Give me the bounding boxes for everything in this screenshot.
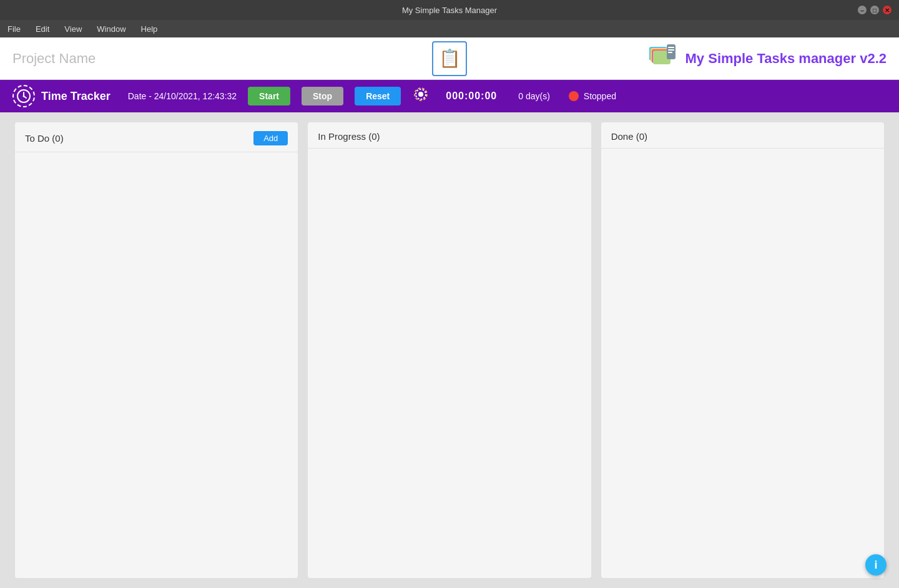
svg-rect-6 xyxy=(668,49,674,51)
add-task-button[interactable]: Add xyxy=(253,131,288,145)
tasks-icon xyxy=(649,44,677,73)
kanban-board: To Do (0) Add In Progress (0) Done (0) xyxy=(0,112,899,588)
clock-icon xyxy=(12,85,35,107)
settings-button[interactable] xyxy=(412,86,430,107)
info-button[interactable]: i xyxy=(865,554,887,576)
tracker-time-display: 000:00:00 xyxy=(446,91,497,102)
start-button[interactable]: Start xyxy=(248,87,290,105)
inprogress-column-body xyxy=(308,149,591,578)
window-controls: – □ ✕ xyxy=(858,6,892,14)
app-info: My Simple Tasks manager v2.2 xyxy=(649,44,887,73)
svg-point-11 xyxy=(23,96,25,97)
menu-edit[interactable]: Edit xyxy=(33,23,52,35)
tracker-days-display: 0 day(s) xyxy=(518,91,550,101)
inprogress-column-title: In Progress (0) xyxy=(318,131,380,142)
svg-rect-7 xyxy=(668,52,672,53)
status-label: Stopped xyxy=(584,91,616,101)
kanban-col-header-done: Done (0) xyxy=(601,122,884,149)
tracker-date: Date - 24/10/2021, 12:43:32 xyxy=(128,91,237,101)
tracker-label: Time Tracker xyxy=(41,90,111,103)
kanban-column-todo: To Do (0) Add xyxy=(15,122,298,578)
todo-column-body xyxy=(15,152,298,578)
menubar: File Edit View Window Help xyxy=(0,20,899,37)
status-indicator xyxy=(569,91,579,101)
minimize-button[interactable]: – xyxy=(858,6,867,14)
app-title-text: My Simple Tasks manager xyxy=(685,51,857,66)
menu-view[interactable]: View xyxy=(62,23,84,35)
svg-rect-5 xyxy=(668,47,674,48)
menu-file[interactable]: File xyxy=(5,23,23,35)
date-prefix: Date - xyxy=(128,91,154,101)
kanban-column-done: Done (0) xyxy=(601,122,884,578)
svg-point-12 xyxy=(418,92,423,97)
kanban-column-inprogress: In Progress (0) xyxy=(308,122,591,578)
window-title: My Simple Tasks Manager xyxy=(402,6,497,15)
header: Project Name 📋 My Simple Tasks manager v… xyxy=(0,37,899,80)
menu-window[interactable]: Window xyxy=(94,23,128,35)
app-logo: 📋 xyxy=(432,41,467,76)
app-title: My Simple Tasks manager v2.2 xyxy=(685,51,887,66)
reset-button[interactable]: Reset xyxy=(355,87,401,105)
maximize-button[interactable]: □ xyxy=(870,6,879,14)
close-button[interactable]: ✕ xyxy=(883,6,892,14)
date-value: 24/10/2021, 12:43:32 xyxy=(154,91,237,101)
stop-button[interactable]: Stop xyxy=(302,87,343,105)
kanban-col-header-todo: To Do (0) Add xyxy=(15,122,298,152)
tracker-bar: Time Tracker Date - 24/10/2021, 12:43:32… xyxy=(0,80,899,112)
kanban-col-header-inprogress: In Progress (0) xyxy=(308,122,591,149)
tracker-icon-label: Time Tracker xyxy=(12,85,111,107)
done-column-body xyxy=(601,149,884,578)
app-title-container: My Simple Tasks manager v2.2 xyxy=(685,51,887,67)
tracker-status: Stopped xyxy=(569,91,616,101)
project-name-input[interactable]: Project Name xyxy=(12,51,96,67)
todo-column-title: To Do (0) xyxy=(25,133,64,144)
app-version: v2.2 xyxy=(860,51,887,66)
done-column-title: Done (0) xyxy=(611,131,647,142)
titlebar: My Simple Tasks Manager – □ ✕ xyxy=(0,0,899,20)
menu-help[interactable]: Help xyxy=(139,23,160,35)
logo-icon: 📋 xyxy=(439,48,461,69)
